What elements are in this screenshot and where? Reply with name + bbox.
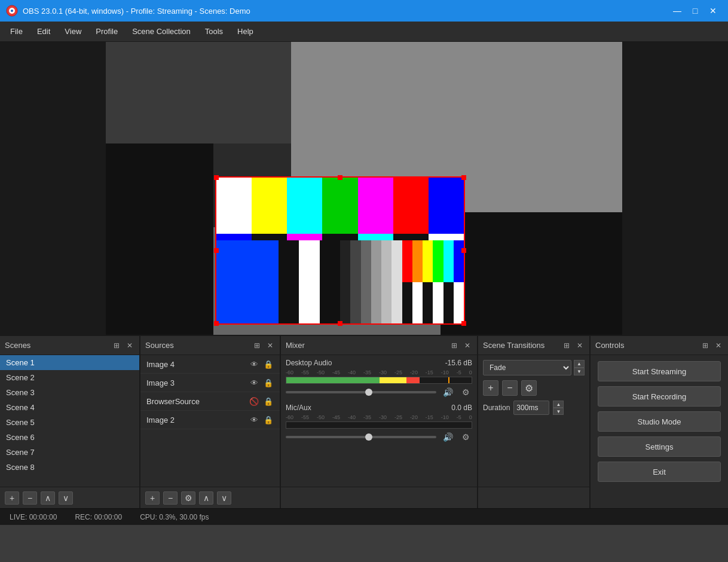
mixer-panel-close-icon[interactable]: ✕ xyxy=(463,341,472,350)
transition-settings-button[interactable]: ⚙ xyxy=(521,380,537,396)
controls-panel-icons: ⊞ ✕ xyxy=(701,341,723,350)
source-lock-icon-browsersource[interactable]: 🔒 xyxy=(263,396,274,407)
minimize-button[interactable]: — xyxy=(668,4,686,18)
source-item-browsersource[interactable]: BrowserSource 🚫 🔒 xyxy=(140,392,280,411)
transition-type-spinner: ▲ ▼ xyxy=(574,360,585,375)
studio-mode-button[interactable]: Studio Mode xyxy=(598,411,721,432)
resize-handle-mr[interactable] xyxy=(461,248,466,253)
transition-type-down[interactable]: ▼ xyxy=(574,368,585,375)
svg-point-2 xyxy=(11,10,13,12)
source-icons-image2: 👁 🔒 xyxy=(249,414,274,425)
resize-handle-tl[interactable] xyxy=(214,175,219,180)
mixer-panel-header: Mixer ⊞ ✕ xyxy=(281,336,477,355)
resize-handle-tc[interactable] xyxy=(338,175,342,180)
source-visible-icon-image2[interactable]: 👁 xyxy=(249,414,259,425)
resize-handle-ml[interactable] xyxy=(214,248,219,253)
sources-remove-button[interactable]: − xyxy=(163,491,178,505)
source-lock-icon-image3[interactable]: 🔒 xyxy=(263,377,274,388)
scenes-add-button[interactable]: + xyxy=(5,491,19,505)
scenes-remove-button[interactable]: − xyxy=(23,491,37,505)
transition-add-button[interactable]: + xyxy=(483,380,498,396)
mixer-mic-settings-button[interactable]: ⚙ xyxy=(459,430,472,444)
source-item-image4[interactable]: Image 4 👁 🔒 xyxy=(140,355,280,374)
source-visible-icon-image3[interactable]: 👁 xyxy=(249,377,259,388)
start-recording-button[interactable]: Start Recording xyxy=(598,386,721,407)
transition-type-up[interactable]: ▲ xyxy=(574,360,585,368)
menu-profile[interactable]: Profile xyxy=(88,25,125,38)
source-item-image3[interactable]: Image 3 👁 🔒 xyxy=(140,374,280,392)
duration-down-button[interactable]: ▼ xyxy=(553,408,564,415)
close-button[interactable]: ✕ xyxy=(704,4,722,18)
settings-button[interactable]: Settings xyxy=(598,436,721,457)
scenes-down-button[interactable]: ∨ xyxy=(59,491,73,505)
mixer-desktop-settings-button[interactable]: ⚙ xyxy=(459,386,472,399)
menu-edit[interactable]: Edit xyxy=(30,25,57,38)
resize-handle-bc[interactable] xyxy=(338,321,342,326)
exit-button[interactable]: Exit xyxy=(598,462,721,482)
sources-add-button[interactable]: + xyxy=(145,491,160,505)
mixer-mic-slider[interactable] xyxy=(286,436,436,438)
color-bars-source[interactable] xyxy=(215,176,465,325)
cpu-status: CPU: 0.3%, 30.00 fps xyxy=(140,513,209,521)
transition-type-select[interactable]: Fade Cut Swipe Slide Stinger Fade to Col… xyxy=(483,360,571,375)
controls-panel-close-icon[interactable]: ✕ xyxy=(714,341,723,350)
source-lock-icon-image4[interactable]: 🔒 xyxy=(263,359,274,369)
source-visible-icon-image4[interactable]: 👁 xyxy=(249,359,259,369)
mixer-desktop-slider[interactable] xyxy=(286,391,436,393)
transition-remove-button[interactable]: − xyxy=(502,380,518,396)
start-streaming-button[interactable]: Start Streaming xyxy=(598,361,721,381)
scene-item-1[interactable]: Scene 1 xyxy=(0,355,139,370)
sources-up-button[interactable]: ∧ xyxy=(199,491,213,505)
menu-tools[interactable]: Tools xyxy=(198,25,230,38)
scene-item-2[interactable]: Scene 2 xyxy=(0,370,139,385)
scenes-panel-config-icon[interactable]: ⊞ xyxy=(112,341,121,350)
mixer-desktop-labels: -60-55-50-45-40-35-30-25-20-15-10-50 xyxy=(286,369,472,375)
preview-bg-dark-right xyxy=(622,42,728,335)
mixer-desktop-mute-button[interactable]: 🔊 xyxy=(441,386,454,399)
menu-file[interactable]: File xyxy=(3,25,30,38)
sources-panel-title: Sources xyxy=(145,341,174,350)
bg-block-tl xyxy=(106,42,291,143)
maximize-button[interactable]: □ xyxy=(686,4,704,18)
sources-down-button[interactable]: ∨ xyxy=(217,491,231,505)
mixer-desktop-thumb[interactable] xyxy=(365,389,372,396)
sources-settings-button[interactable]: ⚙ xyxy=(181,491,195,505)
preview-area xyxy=(0,42,728,335)
resize-handle-tr[interactable] xyxy=(461,175,466,180)
scene-item-8[interactable]: Scene 8 xyxy=(0,460,139,475)
scene-item-4[interactable]: Scene 4 xyxy=(0,400,139,415)
sources-panel-close-icon[interactable]: ✕ xyxy=(265,341,275,350)
transitions-panel-config-icon[interactable]: ⊞ xyxy=(562,341,571,350)
scene-item-3[interactable]: Scene 3 xyxy=(0,385,139,400)
controls-panel-config-icon[interactable]: ⊞ xyxy=(701,341,710,350)
controls-content: Start Streaming Start Recording Studio M… xyxy=(591,355,728,508)
resize-handle-bl[interactable] xyxy=(214,321,219,326)
mixer-panel-config-icon[interactable]: ⊞ xyxy=(449,341,459,350)
menu-help[interactable]: Help xyxy=(230,25,261,38)
menu-view[interactable]: View xyxy=(57,25,88,38)
mixer-mic-labels: -60-55-50-45-40-35-30-25-20-15-10-50 xyxy=(286,414,472,420)
scene-item-7[interactable]: Scene 7 xyxy=(0,445,139,460)
scenes-panel-close-icon[interactable]: ✕ xyxy=(125,341,134,350)
mixer-mic-thumb[interactable] xyxy=(365,433,372,441)
duration-row: Duration ▲ ▼ xyxy=(483,401,585,415)
transitions-panel-close-icon[interactable]: ✕ xyxy=(575,341,585,350)
resize-handle-br[interactable] xyxy=(461,321,466,326)
source-name-image2: Image 2 xyxy=(146,416,249,424)
sources-panel-config-icon[interactable]: ⊞ xyxy=(252,341,262,350)
transition-select-row: Fade Cut Swipe Slide Stinger Fade to Col… xyxy=(483,360,585,375)
source-lock-icon-image2[interactable]: 🔒 xyxy=(263,414,274,425)
source-visible-icon-browsersource[interactable]: 🚫 xyxy=(249,396,259,407)
source-item-image2[interactable]: Image 2 👁 🔒 xyxy=(140,411,280,429)
source-icons-image3: 👁 🔒 xyxy=(249,377,274,388)
sources-footer: + − ⚙ ∧ ∨ xyxy=(140,487,280,508)
scenes-up-button[interactable]: ∧ xyxy=(41,491,55,505)
duration-up-button[interactable]: ▲ xyxy=(553,401,564,408)
duration-input[interactable] xyxy=(513,401,549,415)
mixer-mic-mute-button[interactable]: 🔊 xyxy=(441,430,454,444)
menu-scene-collection[interactable]: Scene Collection xyxy=(125,25,198,38)
titlebar: OBS 23.0.1 (64-bit, windows) - Profile: … xyxy=(0,0,728,22)
rec-status: REC: 00:00:00 xyxy=(75,513,122,521)
scene-item-5[interactable]: Scene 5 xyxy=(0,415,139,430)
scene-item-6[interactable]: Scene 6 xyxy=(0,430,139,445)
